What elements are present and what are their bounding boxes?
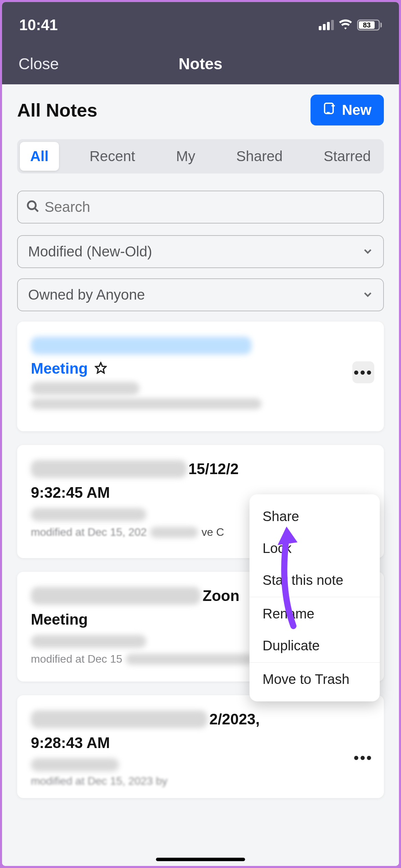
new-note-icon <box>323 101 337 119</box>
note-meta: modified at Dec 15, 202 <box>31 526 147 539</box>
note-context-menu: Share Lock Star this note Rename Duplica… <box>250 494 380 701</box>
search-field[interactable] <box>17 191 384 224</box>
owner-selector-label: Owned by Anyone <box>28 287 145 303</box>
svg-marker-6 <box>96 363 106 373</box>
svg-rect-0 <box>325 103 333 113</box>
owner-selector[interactable]: Owned by Anyone <box>17 278 384 311</box>
more-dots-icon: ••• <box>354 754 373 761</box>
menu-rename[interactable]: Rename <box>250 598 380 630</box>
annotation-arrow-icon <box>273 527 314 631</box>
status-bar: 10:41 83 <box>2 2 399 43</box>
chevron-down-icon <box>363 243 373 260</box>
close-button[interactable]: Close <box>19 55 59 73</box>
filter-tabs: All Recent My Shared Starred <box>17 139 384 173</box>
cellular-signal-icon <box>319 20 334 30</box>
new-note-label: New <box>342 102 372 118</box>
menu-duplicate[interactable]: Duplicate <box>250 630 380 662</box>
tab-recent[interactable]: Recent <box>79 142 145 171</box>
nav-bar: Close Notes <box>2 43 399 84</box>
tab-my[interactable]: My <box>166 142 206 171</box>
note-title-fragment: 15/12/2 <box>188 460 239 478</box>
wifi-icon <box>339 19 352 31</box>
battery-indicator: 83 <box>357 20 382 31</box>
note-card[interactable]: 2/2023, 9:28:43 AM modified at Dec 15, 2… <box>17 695 384 798</box>
page-title: All Notes <box>17 99 97 121</box>
svg-marker-7 <box>278 527 297 545</box>
note-title: Meeting <box>31 360 88 377</box>
star-outline-icon[interactable] <box>95 362 107 375</box>
new-note-button[interactable]: New <box>311 95 384 125</box>
nav-title: Notes <box>179 55 222 73</box>
status-time: 10:41 <box>19 16 58 34</box>
chevron-down-icon <box>363 287 373 303</box>
search-icon <box>26 200 40 215</box>
note-meta: modified at Dec 15 <box>31 653 122 665</box>
home-indicator[interactable] <box>156 858 245 861</box>
svg-point-4 <box>28 201 36 209</box>
tab-shared[interactable]: Shared <box>226 142 293 171</box>
note-title-fragment: Zoon <box>203 587 240 604</box>
note-card[interactable]: Meeting ••• <box>17 322 384 431</box>
menu-share[interactable]: Share <box>250 501 380 532</box>
menu-star-note[interactable]: Star this note <box>250 564 380 596</box>
menu-move-trash[interactable]: Move to Trash <box>250 663 380 695</box>
sort-selector[interactable]: Modified (New-Old) <box>17 235 384 268</box>
sort-selector-label: Modified (New-Old) <box>28 243 152 260</box>
note-meta: modified at Dec 15, 2023 by <box>31 775 370 787</box>
tab-starred[interactable]: Starred <box>313 142 381 171</box>
note-more-button[interactable]: ••• <box>352 747 374 769</box>
more-dots-icon: ••• <box>354 369 373 376</box>
note-meta-fragment: ve C <box>202 526 224 539</box>
search-input[interactable] <box>45 199 375 215</box>
menu-lock[interactable]: Lock <box>250 532 380 564</box>
tab-all[interactable]: All <box>20 142 59 171</box>
note-title-fragment: 2/2023, <box>209 711 260 728</box>
note-subtitle: 9:28:43 AM <box>31 734 370 751</box>
svg-line-5 <box>35 208 38 212</box>
note-more-button[interactable]: ••• <box>352 361 374 383</box>
